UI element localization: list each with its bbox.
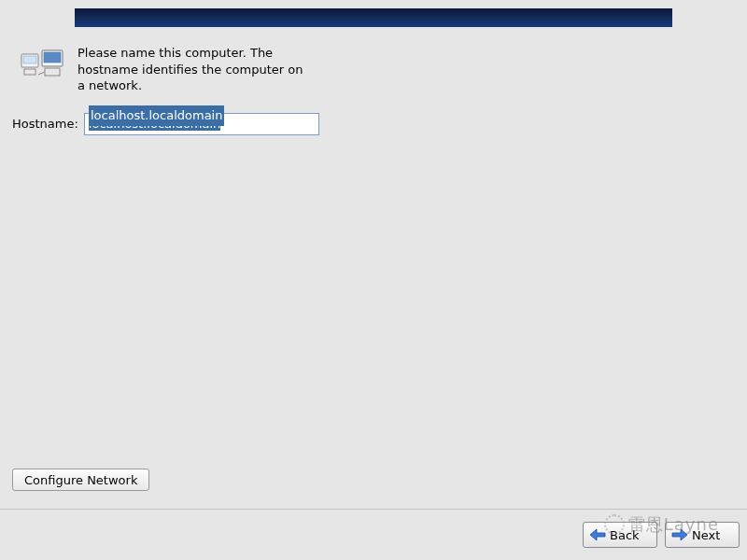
back-button[interactable]: Back [583,522,657,548]
svg-rect-4 [44,52,61,63]
description-text: Please name this computer. The hostname … [78,45,311,94]
svg-rect-5 [45,68,60,76]
top-banner [75,8,672,27]
configure-network-button[interactable]: Configure Network [12,469,149,491]
svg-line-6 [38,72,45,75]
arrow-right-icon [671,528,688,541]
computer-network-icon [20,49,66,86]
arrow-left-icon [589,528,606,541]
back-button-label: Back [610,528,640,542]
next-button-label: Next [692,528,720,542]
next-button[interactable]: Next [665,522,740,548]
svg-rect-1 [23,56,36,63]
hostname-input[interactable] [84,113,319,135]
hostname-label: Hostname: [12,117,78,131]
content-area: Please name this computer. The hostname … [12,45,735,135]
svg-rect-2 [24,69,35,75]
header-row: Please name this computer. The hostname … [12,45,735,94]
hostname-row: Hostname: [12,113,735,135]
navigation-bar: Back Next [0,509,747,560]
